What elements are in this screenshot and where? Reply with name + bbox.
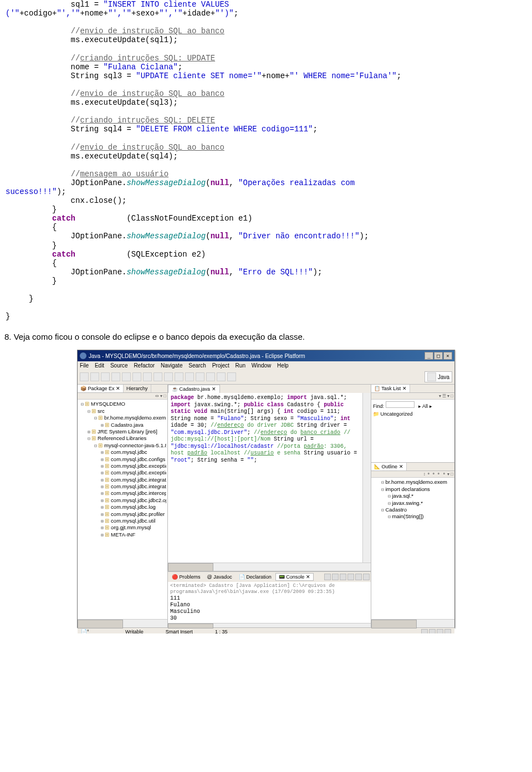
- toolbar-icon[interactable]: [122, 372, 131, 381]
- status-icon[interactable]: [444, 629, 451, 633]
- menu-run[interactable]: Run: [236, 362, 245, 369]
- console-icon[interactable]: [363, 574, 370, 580]
- tab-problems[interactable]: 🔴 Problems: [169, 574, 203, 580]
- outline-item[interactable]: ⊟ import declarations: [372, 486, 453, 493]
- status-icon[interactable]: [429, 629, 436, 633]
- toolbar-icon[interactable]: [101, 372, 110, 381]
- find-input[interactable]: [386, 401, 415, 408]
- outline-toolbar: ↕ ⚬ ⚬ ⚬ ⚬ ▾ □: [371, 471, 454, 478]
- tree-item[interactable]: ⊞ ⊞ com.mysql.jdbc.integration: [79, 483, 166, 490]
- tree-item[interactable]: ⊟ ⊞ MYSQLDEMO: [79, 401, 166, 407]
- toolbar-icon[interactable]: [185, 372, 194, 381]
- toolbar-icon[interactable]: [111, 372, 120, 381]
- task-category[interactable]: 📁 Uncategorized: [373, 411, 453, 417]
- tree-item[interactable]: ⊞ ⊞ com.mysql.jdbc.profiler: [79, 511, 166, 518]
- editor-scrollbar-h[interactable]: [168, 563, 371, 571]
- tree-item[interactable]: ⊞ ⊞ com.mysql.jdbc.interceptor: [79, 490, 166, 497]
- console-terminated: <terminated> Cadastro [Java Application]…: [170, 583, 369, 595]
- outline-item[interactable]: ⊟ Cadastro: [372, 507, 453, 513]
- menu-edit[interactable]: Edit: [95, 362, 104, 369]
- window-title: Java - MYSQLDEMO/src/br/home/mysqldemo/e…: [89, 353, 305, 359]
- toolbar-icon[interactable]: [154, 372, 162, 381]
- java-perspective[interactable]: Java: [424, 371, 452, 382]
- outline-scrollbar-h[interactable]: [371, 619, 454, 627]
- menu-navigate[interactable]: Navigate: [161, 362, 182, 369]
- toolbar-icon[interactable]: [132, 372, 141, 381]
- eclipse-screenshot: Java - MYSQLDEMO/src/br/home/mysqldemo/e…: [77, 350, 455, 628]
- console-icon[interactable]: [324, 574, 331, 580]
- toolbar: Java: [78, 370, 454, 385]
- section-text: 8. Veja como ficou o console do eclipse …: [0, 332, 532, 341]
- outline-item[interactable]: ⊟ javax.swing.*: [372, 500, 453, 507]
- console-scrollbar-h[interactable]: [168, 623, 371, 627]
- tree-item[interactable]: ⊞ ⊞ com.mysql.jdbc.jdbc2.optio: [79, 497, 166, 504]
- tree-item[interactable]: ⊟ ⊞ br.home.mysqldemo.exemplo: [79, 415, 166, 421]
- tree-item[interactable]: ⊞ ⊞ com.mysql.jdbc: [79, 449, 166, 456]
- tab-package-explorer[interactable]: 📦 Package Ex ✕: [78, 385, 124, 392]
- titlebar: Java - MYSQLDEMO/src/br/home/mysqldemo/e…: [78, 350, 454, 361]
- tree-item[interactable]: ⊞ ⊞ com.mysql.jdbc.integration: [79, 477, 166, 483]
- menu-refactor[interactable]: Refactor: [134, 362, 155, 369]
- outline-item[interactable]: ⊟ main(String[]): [372, 513, 453, 520]
- toolbar-icon[interactable]: [196, 372, 204, 381]
- menu-project[interactable]: Project: [212, 362, 229, 369]
- console-icon[interactable]: [355, 574, 362, 580]
- tree-item[interactable]: ⊞ ⊞ Cadastro.java: [79, 422, 166, 428]
- menu-source[interactable]: Source: [110, 362, 128, 369]
- menu-search[interactable]: Search: [188, 362, 206, 369]
- tree-item[interactable]: ⊞ ⊞ com.mysql.jdbc.configs: [79, 456, 166, 463]
- tab-task-list[interactable]: 📋 Task List ✕: [371, 385, 410, 392]
- minimize-button[interactable]: _: [424, 352, 433, 360]
- console-icon[interactable]: [332, 574, 339, 580]
- maximize-button[interactable]: □: [434, 352, 443, 360]
- toolbar-icon[interactable]: [175, 372, 183, 381]
- panel-toolbar: ⇔ ▾ □: [78, 393, 167, 400]
- toolbar-icon[interactable]: [143, 372, 152, 381]
- java-icon: [427, 372, 436, 381]
- tab-javadoc[interactable]: @ Javadoc: [204, 574, 235, 580]
- tab-outline[interactable]: 📐 Outline ✕: [371, 463, 407, 471]
- toolbar-icon[interactable]: [164, 372, 173, 381]
- close-button[interactable]: ×: [443, 352, 452, 360]
- toolbar-icon[interactable]: [80, 372, 89, 381]
- tree-item[interactable]: ⊞ ⊞ com.mysql.jdbc.exceptions: [79, 463, 166, 469]
- scrollbar-h[interactable]: [78, 619, 167, 627]
- toolbar-icon[interactable]: [227, 372, 236, 381]
- toolbar-icon[interactable]: [90, 372, 99, 381]
- code-block: sql1 = "INSERT INTO cliente VALUES ('"+c…: [0, 0, 532, 321]
- outline-item[interactable]: ⊟ br.home.mysqldemo.exem: [372, 479, 453, 485]
- menubar: File Edit Source Refactor Navigate Searc…: [78, 361, 454, 370]
- code-editor[interactable]: package br.home.mysqldemo.exemplo; impor…: [168, 393, 362, 563]
- status-icon[interactable]: [437, 629, 443, 633]
- outline-item[interactable]: ⊟ java.sql.*: [372, 493, 453, 499]
- toolbar-icon[interactable]: [206, 372, 215, 381]
- package-tree[interactable]: ⊟ ⊞ MYSQLDEMO⊟ ⊞ src⊟ ⊞ br.home.mysqldem…: [78, 400, 167, 619]
- editor-tab-cadastro[interactable]: ☕ Cadastro.java ✕: [168, 385, 220, 393]
- status-icon[interactable]: [421, 629, 428, 633]
- menu-help[interactable]: Help: [277, 362, 289, 369]
- outline-tree[interactable]: ⊟ br.home.mysqldemo.exem⊟ import declara…: [371, 478, 454, 619]
- console-output: <terminated> Cadastro [Java Application]…: [168, 582, 371, 623]
- task-toolbar: ▾ ☰ ▾ □: [371, 393, 454, 400]
- tree-item[interactable]: ⊟ ⊞ src: [79, 408, 166, 415]
- tree-item[interactable]: ⊟ ⊞ Referenced Libraries: [79, 435, 166, 442]
- menu-window[interactable]: Window: [252, 362, 272, 369]
- tree-item[interactable]: ⊞ ⊞ org.gjt.mm.mysql: [79, 524, 166, 531]
- tree-item[interactable]: ⊟ ⊞ mysql-connector-java-5.1.8-bin: [79, 442, 166, 449]
- tree-item[interactable]: ⊞ ⊞ com.mysql.jdbc.exceptions: [79, 469, 166, 476]
- tree-item[interactable]: ⊞ ⊞ com.mysql.jdbc.util: [79, 518, 166, 524]
- tab-hierarchy[interactable]: Hierarchy: [124, 385, 151, 392]
- toolbar-icon[interactable]: [217, 372, 226, 381]
- tab-console[interactable]: 📟 Console ✕: [275, 573, 314, 581]
- editor-scrollbar[interactable]: [362, 393, 371, 563]
- tree-item[interactable]: ⊞ ⊞ JRE System Library [jre6]: [79, 428, 166, 435]
- tab-declaration[interactable]: 📄 Declaration: [236, 574, 274, 580]
- console-icon[interactable]: [340, 574, 346, 580]
- tree-item[interactable]: ⊞ ⊞ META-INF: [79, 531, 166, 538]
- menu-file[interactable]: File: [80, 362, 89, 369]
- tree-item[interactable]: ⊞ ⊞ com.mysql.jdbc.log: [79, 504, 166, 510]
- eclipse-icon: [80, 352, 86, 359]
- package-explorer-panel: 📦 Package Ex ✕ Hierarchy ⇔ ▾ □ ⊟ ⊞ MYSQL…: [78, 385, 168, 627]
- console-icon[interactable]: [347, 574, 354, 580]
